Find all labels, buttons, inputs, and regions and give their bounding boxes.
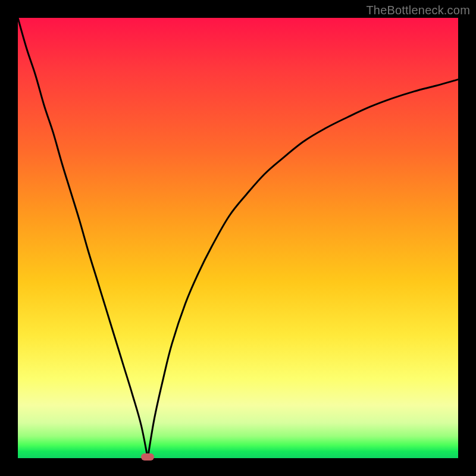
chart-frame: TheBottleneck.com [0, 0, 476, 476]
minimum-marker [141, 453, 154, 461]
bottleneck-curve [18, 18, 458, 458]
curve-left-branch [18, 18, 148, 458]
watermark-text: TheBottleneck.com [366, 4, 470, 17]
curve-right-branch [148, 80, 458, 458]
